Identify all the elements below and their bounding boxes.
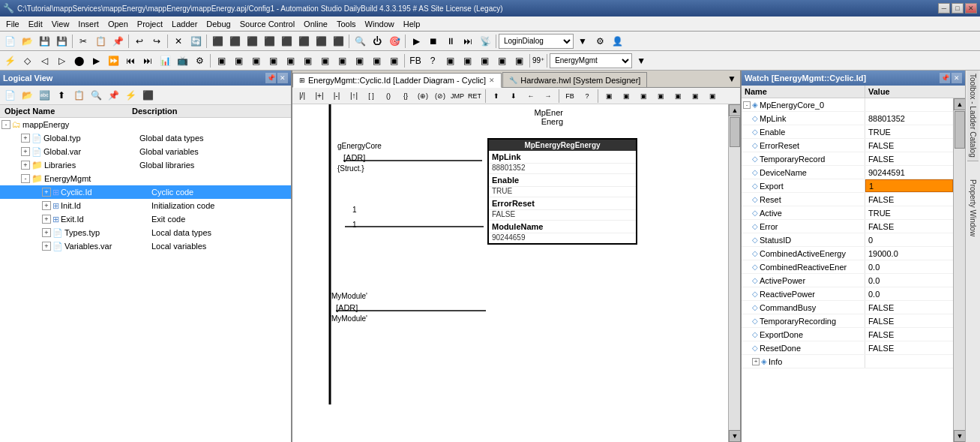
ltd-fb[interactable]: FB (562, 88, 578, 104)
tb2-1[interactable]: ⚡ (1, 53, 18, 69)
tab-hardware[interactable]: 🔧 Hardware.hwl [System Designer] (502, 72, 647, 87)
expander-init-id[interactable]: + (42, 201, 51, 210)
tb-c5[interactable]: 📡 (477, 33, 493, 50)
watch-value-export[interactable]: 1 (865, 179, 953, 192)
tree-tb-4[interactable]: ⬆ (53, 87, 70, 104)
tb2-ddarr[interactable]: ▼ (633, 53, 649, 69)
tb2-fb1[interactable]: FB (407, 53, 424, 69)
watch-rows-area[interactable]: - ◈ MpEnergyCore_0 ◇ MpLink 88801352 (742, 98, 953, 442)
tree-item-energymgmt[interactable]: - 📁 EnergyMgmt (0, 172, 291, 185)
tb-b3[interactable]: ⬛ (244, 33, 260, 50)
tb-target[interactable]: 🎯 (386, 33, 403, 50)
watch-row-export[interactable]: ◇ Export 1 (742, 179, 953, 193)
tb-b4[interactable]: ⬛ (261, 33, 277, 50)
tb2-a6[interactable]: ▣ (299, 53, 316, 69)
menu-project[interactable]: Project (133, 17, 167, 31)
watch-close-button[interactable]: ✕ (952, 73, 962, 83)
ltd-7[interactable]: {} (397, 88, 414, 104)
ltd-17[interactable]: ▣ (618, 88, 634, 104)
tree-item-libraries[interactable]: + 📁 Libraries Global libraries (0, 158, 291, 172)
tb-b1[interactable]: ⬛ (209, 33, 226, 50)
watch-row-active[interactable]: ◇ Active TRUE (742, 206, 953, 220)
tb-copy[interactable]: 📋 (92, 33, 109, 50)
expander-exit-id[interactable]: + (42, 215, 51, 224)
watch-row-errorreset[interactable]: ◇ ErrorReset FALSE (742, 139, 953, 152)
tb2-a9[interactable]: ▣ (351, 53, 367, 69)
watch-row-temporaryrecording[interactable]: ◇ TemporaryRecording FALSE (742, 314, 953, 328)
ladder-diagram-area[interactable]: MpEner Energ MpEnergyRegEnergy MpLink 88… (292, 104, 728, 442)
watch-value-reset[interactable]: FALSE (865, 193, 953, 206)
tb2-b4[interactable]: ▣ (493, 53, 510, 69)
tb-cut[interactable]: ✂ (75, 33, 91, 50)
vscroll-thumb[interactable] (730, 117, 740, 147)
vscroll-up[interactable]: ▲ (729, 104, 740, 116)
tb2-a10[interactable]: ▣ (368, 53, 385, 69)
tb-new[interactable]: 📄 (1, 33, 18, 50)
ltd-21[interactable]: ▣ (687, 88, 703, 104)
ladder-vscroll[interactable]: ▲ ▼ (728, 104, 740, 442)
tb-paste[interactable]: 📌 (109, 33, 126, 50)
ltd-12[interactable]: ⬆ (488, 88, 505, 104)
login-dialog-dropdown[interactable]: LoginDialog (499, 34, 574, 49)
ltd-2[interactable]: |+| (311, 88, 328, 104)
menu-window[interactable]: Window (361, 17, 399, 31)
menu-tools[interactable]: Tools (332, 17, 361, 31)
tb2-7[interactable]: ⏩ (105, 53, 121, 69)
watch-value-commandbusy[interactable]: FALSE (865, 301, 953, 314)
watch-value-mplink[interactable]: 88801352 (865, 112, 953, 125)
tree-item-cyclic-id[interactable]: + ⊞ Cyclic.Id Cyclic code (0, 185, 291, 199)
watch-row-reset[interactable]: ◇ Reset FALSE (742, 193, 953, 206)
watch-value-statusid[interactable]: 0 (865, 233, 953, 246)
watch-value-combinedactiveenergy[interactable]: 19000.0 (865, 247, 953, 260)
tree-tb-1[interactable]: 📄 (1, 87, 18, 104)
menu-open[interactable]: Open (103, 17, 133, 31)
tb2-10[interactable]: 📊 (157, 53, 173, 69)
tree-item-variables-var[interactable]: + 📄 Variables.var Local variables (0, 239, 291, 253)
tab-cyclic-id[interactable]: ⊞ EnergyMgmt::Cyclic.Id [Ladder Diagram … (292, 73, 502, 88)
tb-c2[interactable]: ⏹ (425, 33, 442, 50)
tb-delete[interactable]: ✕ (170, 33, 187, 50)
ltd-1[interactable]: |/| (294, 88, 310, 104)
menu-edit[interactable]: Edit (24, 17, 47, 31)
menu-source-control[interactable]: Source Control (235, 17, 299, 31)
watch-row-statusid[interactable]: ◇ StatusID 0 (742, 233, 953, 247)
watch-pin-button[interactable]: 📌 (940, 73, 950, 83)
title-bar-controls[interactable]: ─ □ ✕ (938, 3, 977, 14)
tb-b2[interactable]: ⬛ (226, 33, 243, 50)
tab-menu-button[interactable]: ▼ (724, 71, 740, 87)
tb2-a1[interactable]: ▣ (213, 53, 229, 69)
tab-cyclic-close[interactable]: ✕ (489, 77, 495, 84)
watch-row-exportdone[interactable]: ◇ ExportDone FALSE (742, 328, 953, 341)
tree-tb-2[interactable]: 📂 (19, 87, 35, 104)
panel-close-panel-button[interactable]: ✕ (277, 73, 288, 83)
panel-pin-button[interactable]: 📌 (265, 73, 276, 83)
tree-item-init-id[interactable]: + ⊞ Init.Id Initialization code (0, 199, 291, 212)
watch-vscroll[interactable]: ▲ ▼ (953, 98, 965, 442)
ltd-8[interactable]: (⊕) (415, 88, 431, 104)
tb2-8[interactable]: ⏮ (122, 53, 139, 69)
tb2-b1[interactable]: ▣ (442, 53, 458, 69)
toolbox-label[interactable]: Toolbox - Ladder Catalog (967, 71, 979, 161)
expander-libraries[interactable]: + (21, 161, 30, 170)
tree-tb-5[interactable]: 📋 (70, 87, 87, 104)
tb-refresh[interactable]: 🔄 (187, 33, 204, 50)
tb-open[interactable]: 📂 (19, 33, 35, 50)
ltd-18[interactable]: ▣ (635, 88, 652, 104)
tree-item-exit-id[interactable]: + ⊞ Exit.Id Exit code (0, 212, 291, 226)
watch-value-error[interactable]: FALSE (865, 220, 953, 233)
watch-row-commandbusy[interactable]: ◇ CommandBusy FALSE (742, 301, 953, 314)
menu-help[interactable]: Help (399, 17, 425, 31)
tb-dd3[interactable]: 👤 (609, 33, 625, 50)
tree-tb-8[interactable]: ⚡ (122, 87, 139, 104)
tb2-4[interactable]: ▷ (53, 53, 70, 69)
menu-ladder[interactable]: Ladder (167, 17, 202, 31)
tb2-a5[interactable]: ▣ (282, 53, 298, 69)
tb2-b5[interactable]: ▣ (511, 53, 527, 69)
tb-c1[interactable]: ▶ (408, 33, 424, 50)
expander-types-typ[interactable]: + (42, 228, 51, 237)
tb-dd1[interactable]: ▼ (574, 33, 591, 50)
tb-power[interactable]: ⏻ (369, 33, 385, 50)
menu-insert[interactable]: Insert (73, 17, 103, 31)
ltd-16[interactable]: ▣ (601, 88, 617, 104)
ltd-q[interactable]: ? (579, 88, 595, 104)
